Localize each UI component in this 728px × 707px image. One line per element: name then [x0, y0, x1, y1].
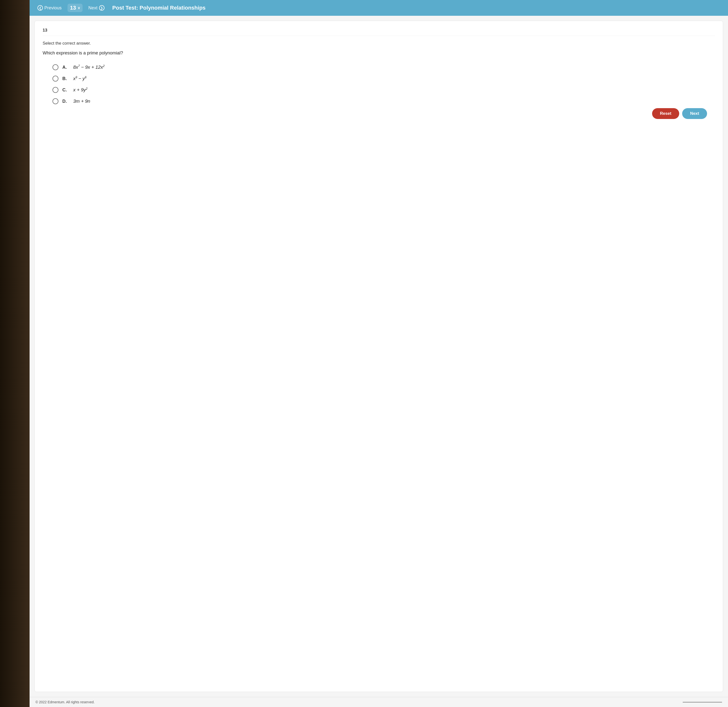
option-a-label: A.	[62, 65, 69, 70]
options-list: A. 8x7 − 9x + 12x2 B. x9 − y6	[52, 64, 715, 104]
radio-a[interactable]	[52, 64, 58, 70]
option-b-expression: x9 − y6	[73, 76, 87, 81]
radio-d[interactable]	[52, 98, 58, 104]
next-arrow-icon: ❯	[99, 5, 104, 11]
instruction-text: Select the correct answer.	[43, 41, 715, 46]
phone-edge	[0, 0, 30, 707]
option-d-expression: 3m + 9n	[73, 98, 90, 104]
option-c[interactable]: C. x + 9y2	[52, 87, 715, 93]
previous-button[interactable]: ❮ Previous	[36, 4, 64, 12]
page-title: Post Test: Polynomial Relationships	[113, 5, 206, 11]
previous-label: Previous	[44, 6, 62, 11]
option-c-label: C.	[62, 88, 69, 92]
reset-button[interactable]: Reset	[652, 108, 679, 119]
next-button-nav[interactable]: Next ❯	[87, 4, 107, 12]
question-number-selector[interactable]: 13 ∨	[68, 4, 82, 12]
current-question-number: 13	[70, 5, 76, 11]
question-text: Which expression is a prime polynomial?	[43, 50, 715, 56]
copyright-text: © 2022 Edmentum. All rights reserved.	[36, 700, 95, 704]
action-buttons-area: Reset Next	[43, 104, 715, 123]
question-card: 13 Select the correct answer. Which expr…	[35, 21, 723, 692]
option-b[interactable]: B. x9 − y6	[52, 76, 715, 82]
main-content: ❮ Previous 13 ∨ Next ❯ Post Test: Polyno…	[30, 0, 728, 707]
next-button-action[interactable]: Next	[682, 108, 707, 119]
chevron-down-icon: ∨	[78, 6, 80, 10]
content-area: 13 Select the correct answer. Which expr…	[30, 16, 728, 697]
next-label: Next	[88, 6, 98, 11]
footer: © 2022 Edmentum. All rights reserved.	[30, 697, 728, 707]
radio-c[interactable]	[52, 87, 58, 93]
option-b-label: B.	[62, 76, 69, 81]
previous-arrow-icon: ❮	[38, 5, 43, 11]
footer-line	[683, 702, 722, 703]
option-d[interactable]: D. 3m + 9n	[52, 98, 715, 104]
option-d-label: D.	[62, 99, 69, 104]
option-a[interactable]: A. 8x7 − 9x + 12x2	[52, 64, 715, 70]
option-a-expression: 8x7 − 9x + 12x2	[73, 64, 104, 70]
radio-b[interactable]	[52, 76, 58, 82]
navigation-bar: ❮ Previous 13 ∨ Next ❯ Post Test: Polyno…	[30, 0, 728, 16]
option-c-expression: x + 9y2	[73, 87, 88, 92]
question-number-badge: 13	[43, 28, 715, 36]
